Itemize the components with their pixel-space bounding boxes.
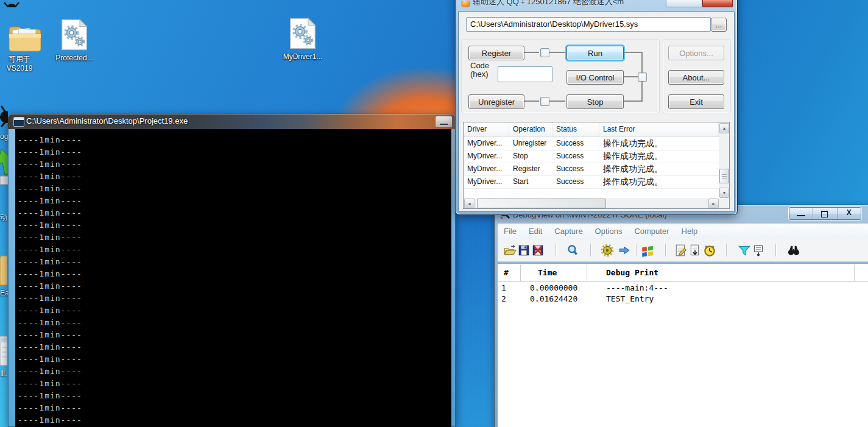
io-control-checkbox[interactable] bbox=[638, 72, 647, 82]
console-line: ----1min---- bbox=[15, 268, 451, 280]
code-hex-label: Code (hex) bbox=[470, 62, 489, 79]
desktop-icon-label: MyDriver1... bbox=[278, 52, 327, 62]
vertical-scroll-thumb[interactable] bbox=[719, 169, 729, 183]
scroll-up-icon[interactable]: ▲ bbox=[719, 123, 729, 133]
bug-icon[interactable] bbox=[2, 0, 21, 7]
highlight-icon[interactable] bbox=[752, 244, 765, 257]
table-row[interactable]: MyDriver...StopSuccess操作成功完成。 bbox=[464, 150, 719, 163]
console-line: ----1min---- bbox=[15, 305, 451, 317]
column-header-driver[interactable]: Driver bbox=[464, 122, 509, 136]
menu-item-capture[interactable]: Capture bbox=[548, 224, 588, 239]
column-header-num[interactable]: # bbox=[504, 265, 509, 281]
clock-icon[interactable] bbox=[703, 244, 716, 257]
menu-item-help[interactable]: Help bbox=[676, 224, 704, 239]
vertical-scrollbar[interactable]: ▲ ▼ bbox=[719, 122, 729, 198]
save-icon[interactable] bbox=[517, 244, 531, 257]
table-cell: MyDriver... bbox=[464, 175, 509, 188]
console-output[interactable]: ----1min--------1min--------1min--------… bbox=[15, 129, 451, 427]
table-row[interactable]: MyDriver...StartSuccess操作成功完成。 bbox=[464, 175, 719, 189]
column-header-lasterror[interactable]: Last Error bbox=[599, 122, 719, 136]
console-line: ----1min---- bbox=[15, 280, 451, 292]
menu-item-computer[interactable]: Computer bbox=[628, 224, 675, 239]
debugview-menubar: FileEditCaptureOptionsComputerHelp bbox=[498, 224, 868, 240]
console-line: ----1min---- bbox=[15, 219, 451, 231]
edit-notes-icon[interactable] bbox=[674, 244, 688, 257]
connector-line bbox=[549, 52, 565, 53]
console-line: ----1min---- bbox=[15, 171, 451, 183]
menu-item-file[interactable]: File bbox=[498, 224, 523, 239]
table-cell: Success bbox=[552, 150, 599, 163]
driver-path-input[interactable]: C:\Users\Administrator\Desktop\MyDriver1… bbox=[466, 17, 711, 32]
horizontal-scroll-thumb[interactable] bbox=[477, 199, 606, 208]
minimize-button[interactable] bbox=[435, 116, 453, 128]
browse-button[interactable]: ... bbox=[711, 18, 727, 32]
minimize-button[interactable] bbox=[666, 0, 702, 7]
scroll-right-icon[interactable]: ► bbox=[708, 199, 719, 208]
run-button[interactable]: Run bbox=[566, 46, 624, 60]
desktop-icon-label: 可用于 VS2019 bbox=[0, 55, 45, 73]
log-cell: TEST_Entry bbox=[606, 294, 654, 303]
console-titlebar[interactable]: C:\Users\Administrator\Desktop\Project19… bbox=[8, 114, 456, 129]
desktop-icon-vs2019-folder[interactable]: 可用于 VS2019 bbox=[0, 24, 45, 73]
io-control-button[interactable]: I/O Control bbox=[566, 70, 624, 85]
column-header-status[interactable]: Status bbox=[552, 122, 599, 136]
filter-icon[interactable] bbox=[738, 244, 751, 257]
open-icon[interactable] bbox=[503, 244, 517, 257]
column-header-time[interactable]: Time bbox=[538, 265, 557, 281]
stop-button[interactable]: Stop bbox=[566, 94, 624, 109]
toolbar-separator bbox=[556, 244, 556, 256]
code-input[interactable] bbox=[498, 66, 552, 82]
column-header-operation[interactable]: Operation bbox=[509, 122, 552, 136]
capture-events-icon[interactable] bbox=[601, 244, 614, 257]
column-divider[interactable] bbox=[854, 265, 855, 281]
passthrough-icon[interactable] bbox=[618, 244, 631, 257]
green-arrow-icon[interactable] bbox=[0, 148, 8, 186]
table-cell: MyDriver... bbox=[464, 163, 509, 175]
save-delete-icon[interactable] bbox=[531, 244, 545, 257]
header-underline bbox=[498, 281, 868, 281]
scroll-down-icon[interactable]: ▼ bbox=[719, 188, 729, 198]
maximize-button[interactable] bbox=[813, 208, 837, 219]
scroll-left-icon[interactable]: ◄ bbox=[464, 199, 475, 208]
console-line: ----1min---- bbox=[15, 317, 451, 329]
folder-icon[interactable] bbox=[0, 255, 7, 285]
desktop-icon-label: Protected... bbox=[50, 54, 99, 63]
column-divider[interactable] bbox=[520, 265, 521, 281]
capture-win32-icon[interactable] bbox=[641, 244, 654, 257]
desktop-icon-mydriver[interactable]: MyDriver1... bbox=[278, 17, 327, 62]
minimize-button[interactable] bbox=[789, 208, 813, 219]
register-run-checkbox[interactable] bbox=[540, 48, 549, 57]
log-row[interactable]: 10.00000000----main:4--- bbox=[498, 283, 868, 294]
console-line: ----1min---- bbox=[15, 329, 451, 341]
debugview-log-list[interactable]: # Time Debug Print 10.00000000----main:4… bbox=[498, 263, 868, 427]
console-line: ----1min---- bbox=[15, 146, 451, 158]
table-row[interactable]: MyDriver...RegisterSuccess操作成功完成。 bbox=[464, 163, 719, 176]
about-button[interactable]: About... bbox=[668, 70, 724, 85]
connector-line bbox=[549, 101, 565, 102]
console-line: ----1min---- bbox=[15, 256, 451, 268]
register-button[interactable]: Register bbox=[468, 46, 524, 60]
log-row[interactable]: 20.01624420TEST_Entry bbox=[498, 294, 868, 305]
autoscroll-icon[interactable] bbox=[688, 244, 702, 257]
unregister-button[interactable]: Unregister bbox=[468, 94, 524, 109]
window-icon[interactable] bbox=[0, 335, 7, 368]
column-header-debugprint[interactable]: Debug Print bbox=[606, 265, 658, 281]
desktop-icon-protected[interactable]: Protected... bbox=[50, 18, 99, 63]
connector-line bbox=[524, 52, 539, 53]
menu-item-edit[interactable]: Edit bbox=[523, 224, 548, 239]
search-icon[interactable] bbox=[566, 244, 579, 257]
toolbar-separator bbox=[775, 244, 776, 256]
column-divider[interactable] bbox=[587, 265, 587, 281]
bug-icon[interactable] bbox=[0, 102, 8, 132]
find-icon[interactable] bbox=[787, 244, 800, 257]
horizontal-scrollbar[interactable]: ◄ ► bbox=[464, 198, 719, 208]
console-line: ----1min---- bbox=[15, 207, 451, 219]
menu-item-options[interactable]: Options bbox=[589, 224, 629, 239]
desktop-icon-label: og bbox=[0, 132, 8, 142]
close-button[interactable]: X bbox=[838, 208, 861, 219]
exit-button[interactable]: Exit bbox=[668, 94, 724, 109]
console-window: C:\Users\Administrator\Desktop\Project19… bbox=[8, 114, 456, 427]
table-row[interactable]: MyDriver...UnregisterSuccess操作成功完成。 bbox=[464, 137, 719, 150]
unregister-stop-checkbox[interactable] bbox=[540, 97, 549, 106]
close-button[interactable] bbox=[702, 0, 733, 7]
